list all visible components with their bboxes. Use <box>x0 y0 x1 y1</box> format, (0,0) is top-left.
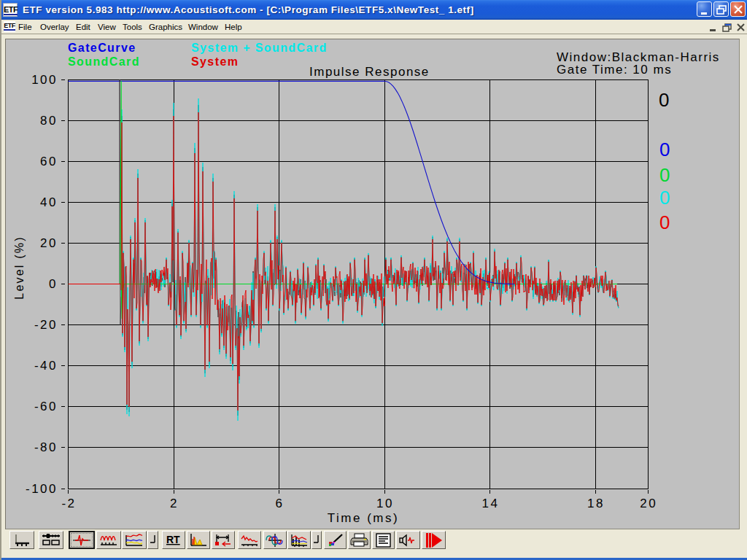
svg-text:System + SoundCard: System + SoundCard <box>191 42 328 54</box>
svg-text:0: 0 <box>659 211 670 233</box>
svg-text:0: 0 <box>659 187 670 209</box>
svg-text:0: 0 <box>659 164 670 186</box>
svg-text:2: 2 <box>170 497 179 510</box>
svg-text:0: 0 <box>659 89 669 111</box>
svg-text:-20: -20 <box>34 318 58 332</box>
svg-text:Gate Time: 10 ms: Gate Time: 10 ms <box>557 63 672 77</box>
svg-text:80: 80 <box>40 114 58 128</box>
svg-text:18: 18 <box>587 497 605 510</box>
svg-text:20: 20 <box>40 236 58 250</box>
svg-text:-2: -2 <box>61 497 76 510</box>
svg-text:SoundCard: SoundCard <box>68 55 140 68</box>
svg-text:0: 0 <box>659 139 670 160</box>
svg-text:6: 6 <box>276 497 285 510</box>
svg-text:-100: -100 <box>26 482 58 496</box>
svg-text:10: 10 <box>376 497 394 510</box>
svg-text:Time (ms): Time (ms) <box>328 511 399 525</box>
svg-text:Impulse Response: Impulse Response <box>309 65 430 79</box>
svg-text:0: 0 <box>49 277 58 291</box>
svg-text:-80: -80 <box>34 440 58 454</box>
svg-text:60: 60 <box>40 155 58 168</box>
svg-text:System: System <box>191 55 239 68</box>
svg-text:RT: RT <box>166 534 180 545</box>
svg-text:100: 100 <box>31 73 58 87</box>
svg-text:20: 20 <box>640 497 657 510</box>
svg-text:-60: -60 <box>34 400 58 413</box>
svg-text:40: 40 <box>40 195 58 209</box>
svg-text:GateCurve: GateCurve <box>68 42 136 54</box>
svg-text:-40: -40 <box>34 359 58 373</box>
svg-text:Level (%): Level (%) <box>13 236 26 299</box>
svg-text:14: 14 <box>482 497 500 510</box>
